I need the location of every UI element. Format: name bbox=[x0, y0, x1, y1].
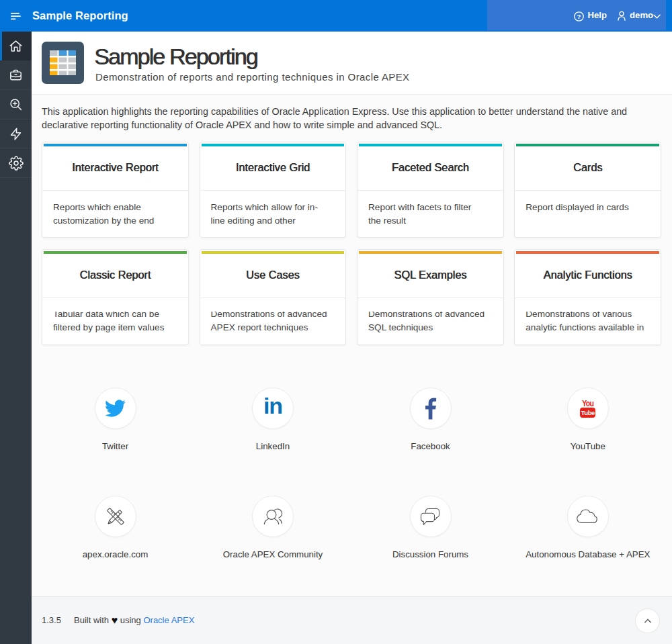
svg-text:?: ? bbox=[577, 13, 581, 20]
